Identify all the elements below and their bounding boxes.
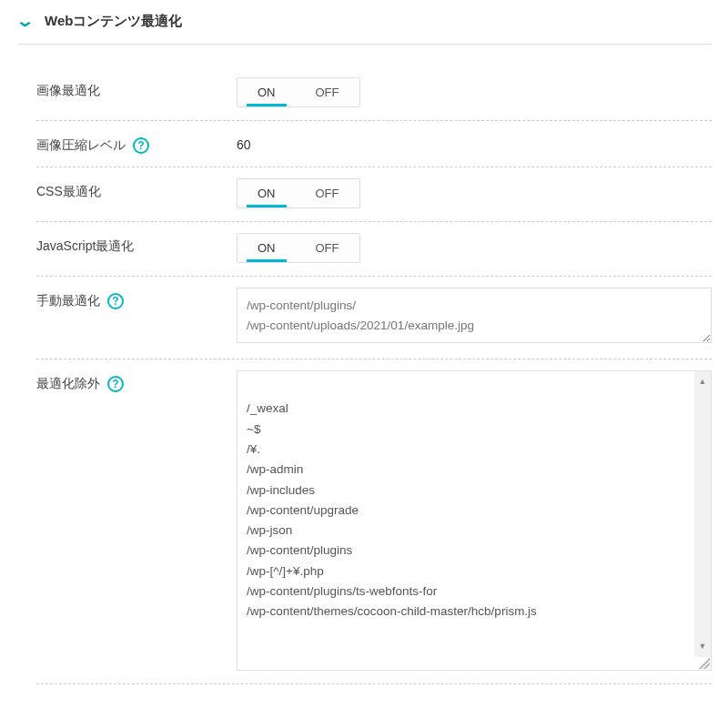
label-image-optimization: 画像最適化 [36,83,100,99]
row-optimization-exclude: 最適化除外 ? /_wexal ~$ /¥. /wp-admin /wp-inc… [36,359,712,684]
value-image-compression-level: 60 [237,132,712,152]
exclude-value: /_wexal ~$ /¥. /wp-admin /wp-includes /w… [247,401,537,618]
scrollbar[interactable]: ▲ ▼ [694,371,711,657]
resize-handle-icon[interactable] [699,658,710,669]
toggle-css-opt-on[interactable]: ON [238,179,296,207]
toggle-js-optimization: ON OFF [237,233,360,263]
textarea-optimization-exclude[interactable]: /_wexal ~$ /¥. /wp-admin /wp-includes /w… [237,370,712,671]
toggle-js-opt-off[interactable]: OFF [296,234,359,262]
section-title: Webコンテンツ最適化 [45,13,182,30]
row-css-optimization: CSS最適化 ON OFF [36,167,712,222]
scroll-down-icon[interactable]: ▼ [699,640,707,653]
label-manual-optimization: 手動最適化 [36,293,100,309]
section-header: ⌄ Webコンテンツ最適化 [18,11,712,45]
row-image-compression-level: 画像圧縮レベル ? 60 [36,121,712,167]
label-js-optimization: JavaScript最適化 [36,238,134,255]
row-manual-optimization: 手動最適化 ? [36,277,712,359]
help-icon[interactable]: ? [107,376,124,392]
help-icon[interactable]: ? [133,137,149,154]
toggle-css-opt-off[interactable]: OFF [296,179,359,207]
toggle-css-optimization: ON OFF [237,178,360,208]
row-image-optimization: 画像最適化 ON OFF [36,66,712,121]
scroll-up-icon[interactable]: ▲ [699,375,707,389]
toggle-image-optimization: ON OFF [237,77,360,107]
toggle-image-opt-on[interactable]: ON [238,78,296,106]
label-optimization-exclude: 最適化除外 [36,376,100,392]
label-image-compression-level: 画像圧縮レベル [36,137,126,154]
textarea-manual-optimization[interactable] [237,288,712,343]
toggle-js-opt-on[interactable]: ON [238,234,296,262]
label-css-optimization: CSS最適化 [36,184,101,200]
row-js-optimization: JavaScript最適化 ON OFF [36,222,712,277]
toggle-image-opt-off[interactable]: OFF [296,78,359,106]
label-delete-section: 最適化コンテンツ削除 [36,684,712,708]
chevron-down-icon[interactable]: ⌄ [15,11,35,31]
help-icon[interactable]: ? [107,293,124,309]
